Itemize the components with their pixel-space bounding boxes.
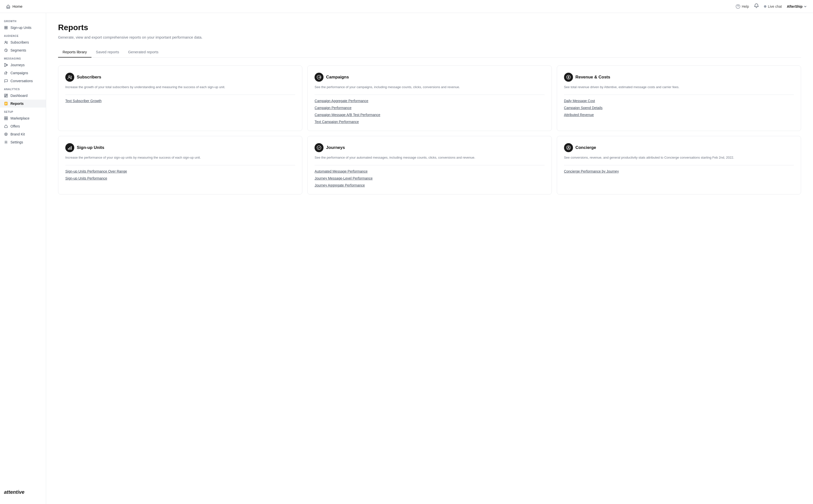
link-campaign-spend-details[interactable]: Campaign Spend Details: [564, 106, 794, 110]
sidebar-item-offers[interactable]: Offers: [0, 122, 46, 130]
sidebar-item-marketplace[interactable]: Marketplace: [0, 114, 46, 122]
campaigns-icon-inner: [317, 75, 322, 80]
concierge-card-desc: See conversions, revenue, and general pr…: [564, 155, 794, 160]
growth-section-label: GROWTH: [0, 17, 46, 24]
sidebar-item-campaigns[interactable]: Campaigns: [0, 69, 46, 77]
svg-point-20: [4, 133, 7, 135]
offers-icon: [4, 124, 8, 128]
concierge-icon-inner: [566, 145, 571, 150]
sidebar-item-signup-units-label: Sign-up Units: [10, 26, 31, 30]
link-automated-message-performance[interactable]: Automated Message Performance: [315, 169, 544, 173]
aftership-label: AfterShip: [787, 4, 803, 8]
svg-rect-14: [4, 96, 6, 97]
tab-reports-library[interactable]: Reports library: [58, 47, 91, 58]
revenue-card-divider: [564, 95, 794, 95]
signup-units-card-title: Sign-up Units: [77, 145, 104, 150]
svg-point-21: [5, 134, 7, 135]
sidebar-item-segments[interactable]: Segments: [0, 46, 46, 54]
concierge-card-icon: [564, 143, 573, 152]
link-concierge-performance-by-journey[interactable]: Concierge Performance by Journey: [564, 169, 794, 173]
subscribers-icon-inner: [67, 75, 72, 80]
link-text-campaign-performance[interactable]: Text Campaign Performance: [315, 120, 544, 124]
app-layout: GROWTH Sign-up Units AUDIENCE Subscriber…: [0, 13, 813, 504]
sidebar-item-dashboard[interactable]: Dashboard: [0, 92, 46, 100]
svg-rect-28: [71, 146, 71, 150]
signup-units-card-links: Sign-up Units Performance Over Range Sig…: [65, 169, 295, 180]
settings-icon: [4, 140, 8, 144]
campaigns-card-icon: [315, 73, 324, 82]
campaigns-card-divider: [315, 95, 544, 95]
svg-rect-17: [6, 117, 8, 118]
svg-rect-27: [69, 147, 70, 150]
sidebar-item-signup-units[interactable]: Sign-up Units: [0, 24, 46, 32]
campaigns-card-desc: See the performance of your campaigns, i…: [315, 85, 544, 90]
svg-rect-3: [6, 26, 7, 27]
link-journey-aggregate[interactable]: Journey Aggregate Performance: [315, 183, 544, 187]
journeys-card-icon: [315, 143, 324, 152]
link-signup-units-performance[interactable]: Sign-up Units Performance: [65, 176, 295, 180]
link-journey-message-level[interactable]: Journey Message-Level Performance: [315, 176, 544, 180]
concierge-card-links: Concierge Performance by Journey: [564, 169, 794, 173]
revenue-card-links: Daily Message Cost Campaign Spend Detail…: [564, 99, 794, 117]
help-icon: [736, 4, 740, 9]
reports-grid: Subscribers Increase the growth of your …: [58, 65, 801, 194]
svg-rect-4: [4, 28, 6, 29]
sidebar-logo: attentive: [0, 484, 46, 500]
card-journeys: Journeys See the performance of your aut…: [307, 136, 551, 194]
sidebar-item-journeys-label: Journeys: [10, 63, 25, 67]
sidebar-item-reports[interactable]: Reports: [0, 100, 46, 108]
campaigns-icon: [4, 71, 8, 75]
brand-kit-icon: [4, 132, 8, 136]
svg-rect-11: [4, 94, 6, 96]
notification-bell[interactable]: [754, 3, 759, 9]
sidebar-item-conversations-label: Conversations: [10, 79, 33, 83]
card-concierge-header: Concierge: [564, 143, 794, 152]
livechat-label: Live chat: [768, 4, 782, 8]
live-status-dot: [764, 5, 766, 8]
sidebar-item-journeys[interactable]: Journeys: [0, 61, 46, 69]
aftership-menu[interactable]: AfterShip: [787, 4, 807, 8]
subscribers-card-links: Text Subscriber Growth: [65, 99, 295, 103]
reports-icon: [4, 102, 8, 106]
link-attributed-revenue[interactable]: Attributed Revenue: [564, 113, 794, 117]
subscribers-card-title: Subscribers: [77, 75, 101, 80]
link-daily-message-cost[interactable]: Daily Message Cost: [564, 99, 794, 103]
analytics-section-label: ANALYTICS: [0, 85, 46, 92]
link-signup-units-performance-over-range[interactable]: Sign-up Units Performance Over Range: [65, 169, 295, 173]
sidebar-item-subscribers[interactable]: Subscribers: [0, 38, 46, 46]
marketplace-icon: [4, 116, 8, 120]
sidebar-item-marketplace-label: Marketplace: [10, 116, 29, 120]
live-chat-status: Live chat: [764, 4, 782, 8]
svg-point-6: [5, 41, 6, 42]
home-nav-item[interactable]: Home: [6, 4, 22, 9]
svg-point-22: [5, 142, 7, 143]
revenue-card-desc: See total revenue driven by Attentive, e…: [564, 85, 794, 90]
sidebar-item-brand-kit[interactable]: Brand Kit: [0, 130, 46, 138]
tab-generated-reports[interactable]: Generated reports: [124, 47, 163, 58]
card-campaigns: Campaigns See the performance of your ca…: [307, 65, 551, 131]
journeys-card-divider: [315, 165, 544, 165]
svg-rect-26: [68, 148, 69, 150]
card-concierge: Concierge See conversions, revenue, and …: [557, 136, 801, 194]
sidebar-item-reports-label: Reports: [10, 102, 24, 106]
link-campaign-aggregate[interactable]: Campaign Aggregate Performance: [315, 99, 544, 103]
svg-rect-2: [4, 26, 6, 27]
link-text-subscriber-growth[interactable]: Text Subscriber Growth: [65, 99, 295, 103]
revenue-card-icon: [564, 73, 573, 82]
card-revenue-costs: Revenue & Costs See total revenue driven…: [557, 65, 801, 131]
sidebar-item-conversations[interactable]: Conversations: [0, 77, 46, 85]
page-subtitle: Generate, view and export comprehensive …: [58, 35, 801, 39]
tab-saved-reports[interactable]: Saved reports: [91, 47, 124, 58]
journeys-card-title: Journeys: [326, 145, 345, 150]
subscribers-card-icon: [65, 73, 74, 82]
link-campaign-ab-test[interactable]: Campaign Message A/B Test Performance: [315, 113, 544, 117]
sidebar-item-settings[interactable]: Settings: [0, 138, 46, 146]
journeys-icon-inner: [317, 145, 322, 150]
signup-units-card-icon: [65, 143, 74, 152]
link-campaign-performance[interactable]: Campaign Performance: [315, 106, 544, 110]
concierge-card-divider: [564, 165, 794, 165]
help-button[interactable]: Help: [736, 4, 749, 9]
subscribers-card-divider: [65, 95, 295, 95]
journeys-card-links: Automated Message Performance Journey Me…: [315, 169, 544, 187]
sidebar-item-settings-label: Settings: [10, 140, 23, 144]
